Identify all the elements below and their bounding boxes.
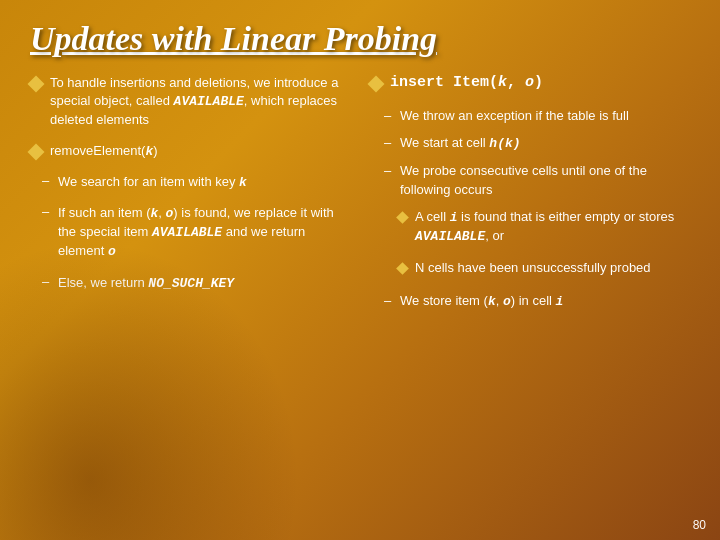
diamond-icon <box>28 76 45 93</box>
nested-bullet-2: N cells have been unsuccessfully probed <box>398 259 690 281</box>
diamond-small-2 <box>396 262 409 275</box>
slide: Updates with Linear Probing To handle in… <box>0 0 720 540</box>
sub-dash-sym-3: – <box>384 162 394 180</box>
available-text-2: AVAILABLE <box>152 225 222 240</box>
k-italic: k <box>498 74 507 91</box>
item2-text: removeElement(k) <box>50 142 158 161</box>
dash-item-1: – We search for an item with key k <box>42 173 350 192</box>
nested-text-1: A cell i is found that is either empty o… <box>415 208 690 246</box>
sub-dash-1: – We throw an exception if the table is … <box>384 107 690 125</box>
nested-item-2: N cells have been unsuccessfully probed <box>398 259 690 277</box>
insert-item: insert Item(k, o) <box>370 74 690 97</box>
item1-text: To handle insertions and deletions, we i… <box>50 74 350 130</box>
sub-dash-sym-4: – <box>384 292 394 310</box>
i-var-2: i <box>556 294 564 309</box>
available-text-1: AVAILABLE <box>174 94 244 109</box>
k-var-2: k <box>239 175 247 190</box>
sub-text-2: We start at cell h(k) <box>400 134 521 153</box>
dash-text-1: We search for an item with key k <box>58 173 247 192</box>
nested-text-2: N cells have been unsuccessfully probed <box>415 259 651 277</box>
diamond-icon-2 <box>28 143 45 160</box>
dash-3: – <box>42 274 52 289</box>
o-var-1: o <box>166 206 174 221</box>
content-area: To handle insertions and deletions, we i… <box>30 74 690 520</box>
dash-2: – <box>42 204 52 219</box>
list-item-1: To handle insertions and deletions, we i… <box>30 74 350 130</box>
dash-text-2: If such an item (k, o) is found, we repl… <box>58 204 350 262</box>
diamond-icon-3 <box>368 76 385 93</box>
h-func: h <box>489 136 497 151</box>
right-column: insert Item(k, o) – We throw an exceptio… <box>370 74 690 520</box>
insert-title: insert Item(k, o) <box>390 74 543 91</box>
sub-dash-2: – We start at cell h(k) <box>384 134 690 153</box>
o-var-2: o <box>108 244 116 259</box>
nested-bullet-1: A cell i is found that is either empty o… <box>398 208 690 250</box>
dash-text-3: Else, we return NO_SUCH_KEY <box>58 274 234 293</box>
dash-item-2: – If such an item (k, o) is found, we re… <box>42 204 350 262</box>
o-var-3: o <box>503 294 511 309</box>
sub-dash-sym-1: – <box>384 107 394 125</box>
k-var-3: k <box>150 206 158 221</box>
i-var-1: i <box>450 210 458 225</box>
o-italic: o <box>525 74 534 91</box>
diamond-small-1 <box>396 211 409 224</box>
nested-item-1: A cell i is found that is either empty o… <box>398 208 690 246</box>
dash-1: – <box>42 173 52 188</box>
list-item-2: removeElement(k) <box>30 142 350 161</box>
available-text-3: AVAILABLE <box>415 229 485 244</box>
sub-dash-sym-2: – <box>384 134 394 152</box>
page-number: 80 <box>693 518 706 532</box>
sub-text-4: We store item (k, o) in cell i <box>400 292 563 311</box>
left-column: To handle insertions and deletions, we i… <box>30 74 350 520</box>
k-paren: (k) <box>497 136 520 151</box>
k-var-4: k <box>488 294 496 309</box>
no-such-key: NO_SUCH_KEY <box>148 276 234 291</box>
slide-title: Updates with Linear Probing <box>30 20 690 58</box>
k-var-1: k <box>145 144 153 159</box>
sub-text-3: We probe consecutive cells until one of … <box>400 162 690 198</box>
dash-item-3: – Else, we return NO_SUCH_KEY <box>42 274 350 293</box>
sub-text-1: We throw an exception if the table is fu… <box>400 107 629 125</box>
sub-dash-3: – We probe consecutive cells until one o… <box>384 162 690 198</box>
sub-dash-4: – We store item (k, o) in cell i <box>384 292 690 311</box>
